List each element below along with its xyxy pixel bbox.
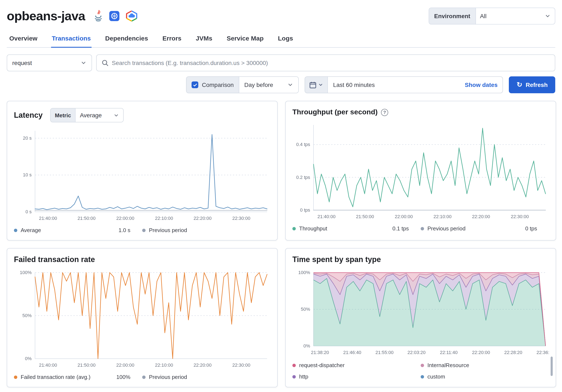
svg-text:50%: 50%: [301, 307, 310, 312]
environment-label: Environment: [429, 8, 476, 24]
svg-text:100%: 100%: [298, 270, 310, 275]
legend-item[interactable]: Previous period: [142, 374, 187, 380]
span-type-chart[interactable]: 0%50%100%21:38:2021:46:4021:55:0022:03:2…: [293, 268, 549, 357]
legend-scrollbar[interactable]: [550, 356, 553, 376]
svg-text:100%: 100%: [20, 270, 32, 275]
svg-text:22:36:40: 22:36:40: [537, 350, 549, 355]
svg-text:21:40:00: 21:40:00: [39, 362, 57, 368]
svg-text:21:55:00: 21:55:00: [375, 350, 394, 355]
show-dates-link[interactable]: Show dates: [460, 82, 503, 88]
svg-text:22:00:00: 22:00:00: [395, 214, 413, 219]
failed-rate-panel: Failed transaction rate 0%50%100%21:40:0…: [7, 248, 278, 387]
svg-text:22:30:00: 22:30:00: [232, 362, 250, 368]
java-icon: [94, 10, 103, 22]
svg-text:0.2 tps: 0.2 tps: [296, 175, 310, 180]
svg-text:22:00:00: 22:00:00: [116, 216, 134, 221]
legend-value: 0.1 tps: [392, 225, 409, 232]
svg-text:21:40:00: 21:40:00: [317, 214, 336, 219]
failed-rate-title: Failed transaction rate: [14, 255, 95, 264]
comparison-toggle[interactable]: Comparison: [187, 77, 239, 93]
chevron-down-icon: [81, 60, 86, 66]
svg-text:21:38:20: 21:38:20: [311, 350, 329, 355]
latency-chart[interactable]: 0 s10 s20 s21:40:0021:50:0022:00:0022:10…: [14, 127, 270, 223]
throughput-chart[interactable]: 0 tps0.2 tps0.4 tps21:40:0021:50:0022:00…: [293, 121, 549, 221]
svg-text:0%: 0%: [25, 356, 32, 361]
latency-metric-select[interactable]: Average: [76, 108, 123, 122]
legend-item[interactable]: Average: [14, 227, 41, 233]
refresh-button[interactable]: ↻ Refresh: [509, 76, 555, 93]
legend-item[interactable]: InternalResource: [421, 362, 549, 368]
svg-text:22:20:00: 22:20:00: [193, 362, 211, 368]
comparison-checkbox[interactable]: [192, 82, 199, 88]
failed-rate-chart[interactable]: 0%50%100%21:40:0021:50:0022:00:0022:10:0…: [14, 268, 270, 370]
tab-overview[interactable]: Overview: [8, 30, 38, 47]
refresh-icon: ↻: [517, 82, 522, 88]
metric-label: Metric: [51, 108, 76, 122]
svg-text:22:30:00: 22:30:00: [232, 216, 250, 221]
tab-service-map[interactable]: Service Map: [226, 30, 264, 47]
legend-item[interactable]: Failed transaction rate (avg.): [14, 374, 91, 380]
search-input[interactable]: [112, 59, 550, 66]
tab-dependencies[interactable]: Dependencies: [105, 30, 149, 47]
chevron-down-icon: [545, 13, 550, 19]
check-icon: [193, 83, 198, 87]
tab-jvms[interactable]: JVMs: [195, 30, 213, 47]
tabs: OverviewTransactionsDependenciesErrorsJV…: [7, 30, 555, 48]
legend-value: 1.0 s: [118, 227, 130, 233]
environment-value: All: [480, 13, 486, 19]
search-box: [96, 54, 555, 71]
throughput-title: Throughput (per second): [293, 108, 378, 117]
svg-text:21:40:00: 21:40:00: [39, 216, 57, 221]
filters: request Comparison Day before: [0, 48, 562, 93]
svg-text:22:30:00: 22:30:00: [511, 214, 529, 219]
svg-text:22:28:20: 22:28:20: [504, 350, 522, 355]
date-picker-menu-button[interactable]: [305, 77, 328, 93]
comparison-control: Comparison Day before: [186, 76, 299, 93]
svg-text:21:50:00: 21:50:00: [356, 214, 374, 219]
svg-text:22:00:00: 22:00:00: [116, 362, 134, 368]
page: opbeans-java: [0, 0, 562, 392]
legend-item[interactable]: http: [293, 373, 421, 380]
legend-item[interactable]: Previous period: [142, 227, 187, 233]
transaction-type-value: request: [12, 59, 32, 66]
span-type-title: Time spent by span type: [293, 255, 381, 264]
svg-text:22:10:00: 22:10:00: [433, 214, 452, 219]
svg-text:0 s: 0 s: [25, 209, 32, 214]
chevron-down-icon: [288, 82, 293, 88]
environment-control: Environment All: [429, 8, 555, 24]
svg-text:22:20:00: 22:20:00: [472, 214, 490, 219]
transaction-type-select[interactable]: request: [7, 54, 92, 71]
legend-item[interactable]: request-dispatcher: [293, 362, 421, 368]
throughput-panel: Throughput (per second) ? 0 tps0.2 tps0.…: [285, 101, 556, 240]
svg-text:22:03:20: 22:03:20: [408, 350, 426, 355]
latency-panel: Latency Metric Average 0 s10 s20 s21:40:…: [7, 101, 278, 240]
time-range[interactable]: Last 60 minutes: [328, 82, 460, 88]
service-header: opbeans-java: [0, 0, 562, 48]
svg-text:20 s: 20 s: [23, 135, 32, 141]
svg-text:22:10:00: 22:10:00: [155, 216, 173, 221]
legend-item[interactable]: Throughput: [293, 225, 327, 232]
help-icon[interactable]: ?: [381, 109, 388, 116]
tab-transactions[interactable]: Transactions: [51, 30, 92, 47]
tab-logs[interactable]: Logs: [277, 30, 294, 47]
environment-select[interactable]: All: [476, 8, 555, 24]
tab-errors[interactable]: Errors: [162, 30, 182, 47]
svg-text:21:50:00: 21:50:00: [77, 216, 95, 221]
comparison-label: Comparison: [202, 82, 234, 88]
charts-grid: Latency Metric Average 0 s10 s20 s21:40:…: [7, 101, 555, 387]
calendar-icon: [309, 81, 317, 88]
comparison-select[interactable]: Day before: [239, 77, 299, 93]
legend-value: 100%: [117, 374, 130, 380]
svg-text:22:10:00: 22:10:00: [155, 362, 173, 368]
metric-control: Metric Average: [50, 108, 124, 122]
search-icon: [102, 59, 108, 66]
svg-text:50%: 50%: [22, 313, 32, 318]
page-title: opbeans-java: [7, 9, 85, 23]
svg-text:21:50:00: 21:50:00: [77, 362, 95, 368]
svg-text:0%: 0%: [303, 343, 310, 348]
legend-item[interactable]: custom: [421, 373, 549, 380]
date-picker: Last 60 minutes Show dates: [305, 76, 503, 93]
svg-text:0.4 tps: 0.4 tps: [296, 142, 310, 147]
legend-item[interactable]: Previous period: [421, 225, 466, 232]
svg-text:0 tps: 0 tps: [300, 207, 310, 213]
